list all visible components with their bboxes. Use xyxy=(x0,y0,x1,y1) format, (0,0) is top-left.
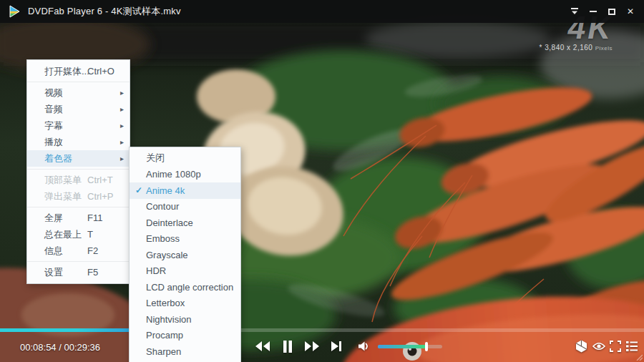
submenu-item-deinterlace[interactable]: Deinterlace xyxy=(130,215,240,231)
context-menu: 打开媒体... Ctrl+O 视频 ▸ 音频 ▸ 字幕 ▸ 播放 ▸ 着色器 ▸… xyxy=(26,59,130,284)
next-button[interactable] xyxy=(328,339,345,353)
menu-item-label: 打开媒体... xyxy=(44,65,89,78)
menu-item-fullscreen[interactable]: 全屏 F11 xyxy=(27,210,130,226)
menu-shortcut: Ctrl+P xyxy=(87,191,113,202)
menu-item-label: 顶部菜单 xyxy=(44,174,82,187)
window-menu-icon xyxy=(570,8,579,15)
menu-item-settings[interactable]: 设置 F5 xyxy=(27,264,130,280)
menu-shortcut: F5 xyxy=(87,267,98,278)
mute-button[interactable] xyxy=(355,339,372,353)
maximize-icon xyxy=(608,9,615,15)
menu-item-audio[interactable]: 音频 ▸ xyxy=(27,101,130,117)
menu-item-subtitle[interactable]: 字幕 ▸ xyxy=(27,117,130,134)
menu-item-video[interactable]: 视频 ▸ xyxy=(27,84,130,101)
submenu-item-grayscale[interactable]: Grayscale xyxy=(130,247,240,263)
pause-button[interactable] xyxy=(279,339,296,353)
submenu-item-label: Sharpen xyxy=(146,346,181,357)
menu-item-label: 设置 xyxy=(44,266,63,279)
submenu-item-letterbox[interactable]: Letterbox xyxy=(130,295,240,312)
submenu-item-contour[interactable]: Contour xyxy=(130,199,240,215)
time-display: 00:08:54 / 00:29:36 xyxy=(20,342,100,353)
menu-separator xyxy=(27,169,130,170)
submenu-arrow-icon: ▸ xyxy=(120,89,124,97)
fullscreen-button[interactable] xyxy=(607,339,624,353)
title-bar: DVDFab Player 6 - 4K测试样本.mkv ✕ xyxy=(0,0,644,23)
menu-shortcut: F11 xyxy=(87,212,102,223)
menu-item-label: 着色器 xyxy=(44,152,72,165)
menu-shortcut: T xyxy=(87,229,93,240)
video-adjust-button[interactable] xyxy=(590,339,608,353)
menu-item-popup-menu: 弹出菜单 Ctrl+P xyxy=(27,188,130,205)
submenu-item-hdr[interactable]: HDR xyxy=(130,263,240,280)
submenu-item-label: Contour xyxy=(146,201,179,212)
submenu-item-off[interactable]: 关闭 xyxy=(130,150,240,167)
submenu-item-label: LCD angle correction xyxy=(146,282,233,293)
playlist-button[interactable] xyxy=(623,339,640,353)
volume-fill xyxy=(378,345,426,348)
submenu-item-label: HDR xyxy=(146,265,166,276)
submenu-item-label: Nightvision xyxy=(146,314,192,325)
submenu-item-label: Procamp xyxy=(146,330,183,341)
menu-shortcut: Ctrl+O xyxy=(87,66,114,77)
menu-item-playback[interactable]: 播放 ▸ xyxy=(27,134,130,150)
menu-item-label: 字幕 xyxy=(44,119,63,132)
menu-item-info[interactable]: 信息 F2 xyxy=(27,243,130,259)
menu-item-label: 全屏 xyxy=(44,212,63,225)
submenu-item-procamp[interactable]: Procamp xyxy=(130,328,240,344)
submenu-item-anime-4k[interactable]: ✓ Anime 4k xyxy=(130,182,240,199)
menu-shortcut: Ctrl+T xyxy=(87,175,113,185)
menu-item-shader[interactable]: 着色器 ▸ xyxy=(27,150,130,167)
submenu-item-label: Letterbox xyxy=(146,298,185,308)
menu-separator xyxy=(27,82,130,82)
submenu-item-anime-1080p[interactable]: Anime 1080p xyxy=(130,167,240,183)
fast-forward-button[interactable] xyxy=(303,339,321,353)
minimize-icon xyxy=(590,11,597,12)
submenu-item-label: Anime 1080p xyxy=(146,169,201,180)
window-menu-button[interactable] xyxy=(565,0,584,23)
submenu-arrow-icon: ▸ xyxy=(120,105,124,113)
rewind-button[interactable] xyxy=(254,339,271,353)
submenu-item-label: Deinterlace xyxy=(146,217,193,228)
close-button[interactable]: ✕ xyxy=(621,0,640,23)
submenu-item-lcd-angle-correction[interactable]: LCD angle correction xyxy=(130,279,240,295)
minimize-button[interactable] xyxy=(584,0,602,23)
check-icon: ✓ xyxy=(135,185,142,195)
submenu-arrow-icon: ▸ xyxy=(120,155,124,162)
submenu-item-emboss[interactable]: Emboss xyxy=(130,231,240,248)
eye-icon xyxy=(592,341,605,351)
menu-item-open-media[interactable]: 打开媒体... Ctrl+O xyxy=(27,63,130,79)
volume-thumb[interactable] xyxy=(425,342,428,351)
3d-mode-button[interactable] xyxy=(572,339,590,353)
submenu-item-nightvision[interactable]: Nightvision xyxy=(130,311,240,328)
playlist-icon xyxy=(626,341,638,351)
submenu-item-sharpen[interactable]: Sharpen xyxy=(130,343,240,360)
menu-item-label: 信息 xyxy=(44,245,63,258)
player-window: 4K * 3,840 x 2,160 Pixels DVDFab Player … xyxy=(0,0,644,362)
app-logo-icon xyxy=(7,4,21,19)
pause-icon xyxy=(283,341,293,353)
submenu-item-label: Emboss xyxy=(146,233,180,244)
submenu-item-label: Anime 4k xyxy=(146,185,185,196)
submenu-arrow-icon: ▸ xyxy=(120,122,124,129)
menu-shortcut: F2 xyxy=(87,245,98,256)
window-title: DVDFab Player 6 - 4K测试样本.mkv xyxy=(28,5,181,18)
resize-grip[interactable] xyxy=(635,353,643,361)
maximize-button[interactable] xyxy=(602,0,621,23)
control-bar: 00:08:54 / 00:29:36 xyxy=(0,332,644,362)
menu-separator xyxy=(27,207,130,207)
submenu-arrow-icon: ▸ xyxy=(120,138,124,146)
menu-item-label: 音频 xyxy=(44,103,63,116)
menu-item-top-menu: 顶部菜单 Ctrl+T xyxy=(27,172,130,188)
volume-slider[interactable] xyxy=(378,345,442,348)
watermark-resolution: * 3,840 x 2,160 Pixels xyxy=(540,44,613,52)
menu-item-label: 视频 xyxy=(44,87,63,99)
fullscreen-icon xyxy=(610,341,621,352)
menu-item-label: 播放 xyxy=(44,136,63,149)
cube-3d-icon xyxy=(575,340,587,353)
submenu-item-label: Grayscale xyxy=(146,250,188,260)
close-icon: ✕ xyxy=(627,6,634,16)
submenu-item-label: 关闭 xyxy=(146,152,165,165)
shader-submenu: 关闭 Anime 1080p ✓ Anime 4k Contour Deinte… xyxy=(129,147,241,362)
volume-icon xyxy=(358,341,369,352)
menu-item-always-on-top[interactable]: 总在最上 T xyxy=(27,226,130,243)
